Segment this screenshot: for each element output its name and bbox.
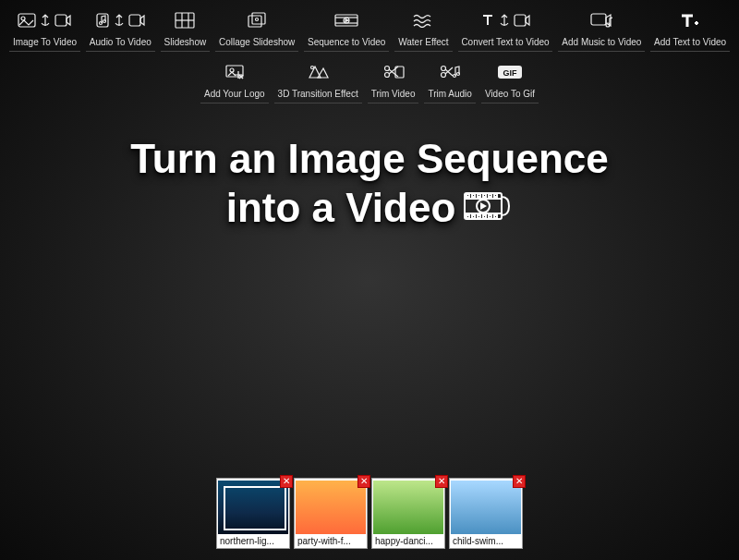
thumbnail-label: happy-danci...	[372, 534, 444, 548]
svg-point-13	[256, 18, 259, 21]
tool-label: Image To Video	[13, 37, 77, 47]
svg-text:GIF: GIF	[503, 68, 517, 78]
svg-rect-19	[591, 14, 606, 25]
tool-add-logo[interactable]: Add Your Logo	[200, 59, 269, 103]
svg-rect-45	[478, 215, 480, 218]
svg-rect-18	[515, 15, 526, 26]
svg-rect-6	[129, 15, 140, 26]
svg-rect-46	[483, 215, 486, 218]
thumbnail-image	[296, 481, 366, 534]
video-to-gif-icon: GIF	[497, 61, 523, 83]
3d-transition-icon	[307, 61, 329, 83]
remove-thumbnail-button[interactable]: ✕	[513, 475, 526, 488]
tool-image-to-video[interactable]: Image To Video	[9, 7, 80, 52]
remove-thumbnail-button[interactable]: ✕	[280, 475, 293, 488]
tool-label: Trim Video	[371, 89, 416, 99]
hero-line1: Turn an Image Sequence	[130, 136, 609, 181]
thumbnail-image	[451, 481, 521, 534]
toolbar-row-2: Add Your Logo 3D Transition Effect Trim …	[0, 52, 739, 103]
svg-rect-12	[252, 13, 265, 24]
slideshow-icon	[175, 9, 195, 31]
thumbnail-image	[218, 481, 288, 534]
svg-rect-42	[494, 194, 497, 197]
tool-label: Trim Audio	[428, 89, 471, 99]
tool-text-to-video[interactable]: Convert Text to Video	[458, 7, 553, 52]
add-logo-icon	[224, 61, 245, 83]
svg-rect-37	[466, 194, 469, 197]
thumbnail-label: child-swim...	[450, 534, 522, 548]
trim-video-icon	[382, 61, 405, 83]
thumbnail-item[interactable]: ✕ northern-lig...	[216, 478, 290, 549]
tool-label: Video To Gif	[485, 89, 535, 99]
svg-rect-2	[55, 15, 67, 26]
svg-point-4	[100, 22, 103, 25]
tool-water-effect[interactable]: Water Effect	[394, 7, 452, 52]
tool-label: Add Music to Video	[562, 37, 641, 47]
image-to-video-icon	[18, 9, 71, 31]
sequence-to-video-icon	[334, 9, 358, 31]
svg-rect-39	[478, 194, 480, 197]
svg-point-27	[442, 73, 446, 78]
hero-heading: Turn an Image Sequence into a Video	[130, 135, 609, 236]
tool-label: Audio To Video	[90, 37, 151, 47]
tool-label: Water Effect	[398, 37, 448, 47]
svg-rect-40	[483, 194, 486, 197]
tool-3d-transition[interactable]: 3D Transition Effect	[274, 59, 362, 103]
tool-label: Sequence to Video	[308, 37, 385, 47]
hero-title: Turn an Image Sequence into a Video	[0, 135, 739, 236]
tool-add-music[interactable]: Add Music to Video	[558, 7, 645, 52]
tool-trim-video[interactable]: Trim Video	[368, 59, 419, 103]
tool-label: Slideshow	[164, 37, 207, 47]
thumbnail-item[interactable]: ✕ party-with-f...	[294, 478, 368, 549]
svg-rect-11	[248, 16, 261, 27]
svg-point-1	[21, 17, 25, 20]
svg-point-5	[103, 20, 106, 23]
thumbnail-label: party-with-f...	[295, 534, 367, 548]
toolbar-row-1: Image To Video Audio To Video Slideshow …	[0, 0, 739, 52]
tool-label: Add Your Logo	[204, 89, 265, 99]
water-effect-icon	[413, 9, 433, 31]
tool-slideshow[interactable]: Slideshow	[161, 7, 210, 52]
text-to-video-icon	[480, 9, 530, 31]
thumbnail-item[interactable]: ✕ child-swim...	[449, 478, 523, 549]
thumbnail-item[interactable]: ✕ happy-danci...	[371, 478, 445, 549]
tool-audio-to-video[interactable]: Audio To Video	[86, 7, 155, 52]
svg-point-23	[311, 67, 314, 69]
thumbnail-strip: ✕ northern-lig... ✕ party-with-f... ✕ ha…	[216, 478, 523, 549]
film-reel-icon	[461, 187, 513, 236]
thumbnail-image	[373, 481, 443, 534]
svg-point-24	[384, 73, 389, 78]
svg-rect-41	[489, 194, 491, 197]
svg-point-29	[454, 75, 456, 78]
svg-rect-38	[472, 194, 475, 197]
svg-rect-43	[466, 215, 469, 218]
tool-label: Add Text to Video	[654, 37, 726, 47]
tool-label: Convert Text to Video	[461, 37, 549, 47]
hero-line2: into a Video	[226, 185, 456, 230]
tool-collage-slideshow[interactable]: Collage Slideshow	[215, 7, 298, 52]
svg-rect-47	[489, 215, 491, 218]
tool-label: Collage Slideshow	[219, 37, 295, 47]
tool-add-text[interactable]: Add Text to Video	[650, 7, 730, 52]
svg-rect-48	[494, 215, 497, 218]
svg-rect-3	[97, 14, 108, 27]
svg-point-28	[442, 67, 446, 71]
svg-point-25	[384, 67, 389, 71]
remove-thumbnail-button[interactable]: ✕	[357, 475, 370, 488]
thumbnail-label: northern-lig...	[217, 534, 289, 548]
tool-label: 3D Transition Effect	[278, 89, 358, 99]
svg-rect-44	[472, 215, 475, 218]
svg-point-30	[457, 73, 460, 76]
tool-video-to-gif[interactable]: GIF Video To Gif	[481, 59, 539, 103]
remove-thumbnail-button[interactable]: ✕	[435, 475, 448, 488]
audio-to-video-icon	[95, 9, 145, 31]
tool-sequence-to-video[interactable]: Sequence to Video	[304, 7, 389, 52]
collage-slideshow-icon	[246, 9, 268, 31]
trim-audio-icon	[439, 61, 461, 83]
tool-trim-audio[interactable]: Trim Audio	[424, 59, 475, 103]
add-text-icon	[680, 9, 700, 31]
add-music-icon	[590, 9, 612, 31]
